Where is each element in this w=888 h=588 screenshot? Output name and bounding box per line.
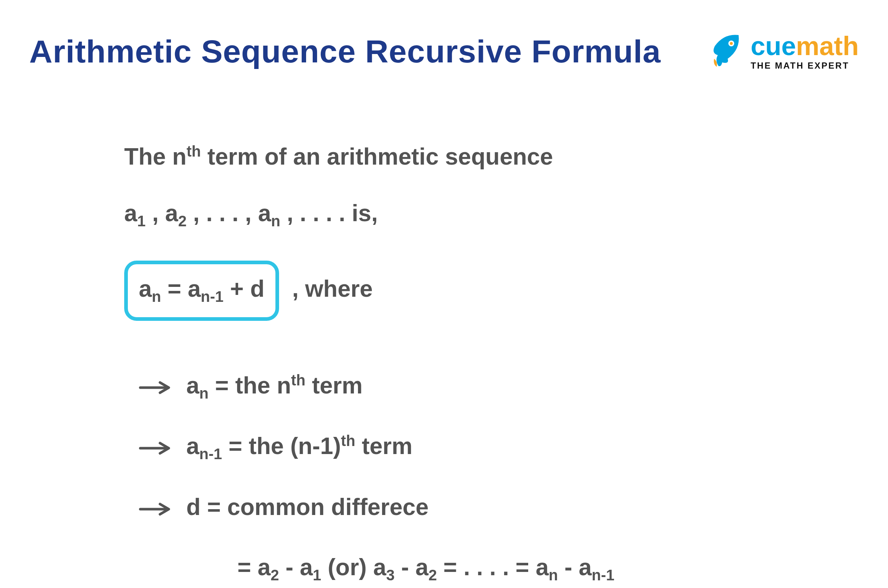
d-m1: - — [279, 554, 300, 580]
d-m3: - — [558, 554, 579, 580]
d-a2-s: 2 — [271, 567, 279, 584]
intro-sup: th — [187, 143, 201, 160]
logo-math: math — [796, 33, 859, 59]
page-title: Arithmetic Sequence Recursive Formula — [29, 33, 661, 70]
logo-brand: cue math — [751, 33, 859, 59]
sequence-line: a1 , a2 , . . . , an , . . . . is, — [124, 192, 888, 235]
arrow-icon — [139, 430, 172, 467]
def2-sub: n-1 — [199, 445, 222, 462]
formula-sub-n: n — [152, 288, 161, 305]
def1-post: term — [306, 372, 363, 399]
intro-post: term of an arithmetic sequence — [201, 144, 553, 170]
def2-sup: th — [341, 432, 355, 449]
def3-lhs: d — [186, 494, 200, 520]
d-m2: - — [394, 554, 415, 580]
d-an-s: n — [549, 567, 558, 584]
def-anm1: an-1 = the (n-1)th term — [139, 425, 888, 468]
d-an-a: a — [536, 554, 549, 580]
d-a2b-s: 2 — [429, 567, 437, 584]
seq-a2-s: 2 — [178, 212, 187, 230]
formula-a2: a — [188, 276, 201, 302]
where: , where — [292, 276, 373, 302]
logo-text: cue math THE MATH EXPERT — [751, 33, 859, 70]
d-or: (or) — [321, 554, 373, 580]
d-a2b-a: a — [415, 554, 429, 580]
def1-sub: n — [199, 384, 209, 402]
def-d-expansion: = a2 - a1 (or) a3 - a2 = . . . . = an - … — [139, 546, 888, 588]
def-an: an = the nth term — [139, 364, 888, 407]
seq-a1-s: 1 — [137, 212, 146, 230]
svg-point-1 — [730, 42, 733, 45]
formula-eq: = — [161, 276, 188, 302]
arrow-icon — [139, 491, 172, 528]
seq-c3: , . . . . is, — [280, 200, 378, 226]
def3-text: d = common differece — [186, 486, 429, 528]
formula-line: an = an-1 + d , where — [124, 261, 888, 321]
seq-c2: , . . . , — [187, 200, 258, 226]
d-eq: = — [238, 554, 257, 580]
def2-text: an-1 = the (n-1)th term — [186, 425, 412, 468]
def3-eq: = common differece — [200, 494, 429, 520]
seq-an-a: a — [258, 200, 271, 226]
def-d: d = common differece — [139, 486, 888, 528]
definitions: an = the nth term an-1 = the (n-1)th ter… — [124, 364, 888, 588]
formula-plus-d: + d — [224, 276, 265, 302]
seq-c1: , — [146, 200, 165, 226]
seq-a1-a: a — [124, 200, 137, 226]
def2-post: term — [355, 433, 413, 459]
seq-a2-a: a — [165, 200, 178, 226]
logo-tagline: THE MATH EXPERT — [751, 62, 859, 70]
def1-sup: th — [291, 371, 306, 388]
d-a1-s: 1 — [313, 567, 321, 584]
logo-cue: cue — [751, 33, 796, 59]
formula-a: a — [139, 276, 152, 302]
header: Arithmetic Sequence Recursive Formula cu… — [0, 0, 888, 70]
d-a3-a: a — [373, 554, 387, 580]
intro-line: The nth term of an arithmetic sequence — [124, 136, 888, 178]
arrow-icon — [139, 370, 172, 406]
def1-text: an = the nth term — [186, 364, 363, 407]
content: The nth term of an arithmetic sequence a… — [0, 70, 888, 588]
intro-pre: The n — [124, 144, 187, 170]
def2-a: a — [186, 433, 199, 459]
formula-sub-nm1: n-1 — [201, 288, 224, 305]
def2-eq: = the (n-1) — [222, 433, 341, 459]
d-anm1-s: n-1 — [592, 567, 614, 584]
seq-an-s: n — [271, 212, 280, 230]
d-a3-s: 3 — [386, 567, 394, 584]
rocket-icon — [707, 33, 744, 70]
d-a1-a: a — [300, 554, 313, 580]
formula-box: an = an-1 + d — [124, 261, 279, 321]
brand-logo: cue math THE MATH EXPERT — [707, 33, 859, 70]
d-dots: = . . . . = — [437, 554, 536, 580]
d-a2-a: a — [257, 554, 271, 580]
def1-a: a — [186, 372, 199, 399]
d-anm1-a: a — [579, 554, 592, 580]
def1-eq: = the n — [209, 372, 291, 399]
